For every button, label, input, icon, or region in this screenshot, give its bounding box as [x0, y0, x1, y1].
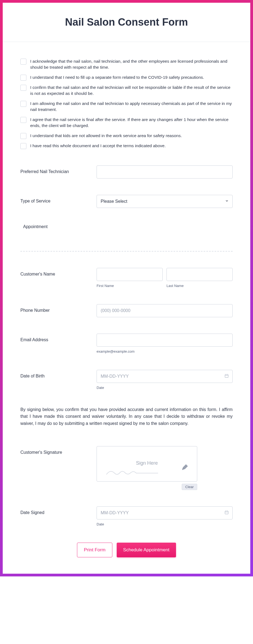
dob-input[interactable] [97, 370, 233, 383]
email-sublabel: example@example.com [97, 349, 233, 353]
consent-checkbox-7[interactable] [20, 143, 26, 149]
consent-text-3: I confirm that the nail salon and the na… [30, 84, 233, 97]
consent-checkbox-1[interactable] [20, 59, 26, 65]
email-label: Email Address [20, 334, 97, 342]
page-title: Nail Salon Consent Form [8, 16, 245, 28]
consent-text-2: I understand that I need to fill up a se… [30, 74, 204, 80]
consent-text-1: I acknowledge that the nail salon, nail … [30, 58, 233, 71]
last-name-sublabel: Last Name [166, 284, 233, 288]
consent-checkbox-6[interactable] [20, 133, 26, 139]
phone-label: Phone Number [20, 304, 97, 313]
consent-checkbox-5[interactable] [20, 117, 26, 123]
print-form-button[interactable]: Print Form [77, 543, 112, 557]
consent-checkbox-list: I acknowledge that the nail salon, nail … [20, 58, 233, 149]
schedule-appointment-button[interactable]: Schedule Appointment [117, 543, 176, 557]
consent-body-text: By signing below, you confirm that you h… [20, 406, 233, 427]
consent-text-7: I have read this whole document and I ac… [30, 143, 166, 149]
clear-signature-button[interactable]: Clear [182, 484, 197, 490]
last-name-input[interactable] [166, 268, 233, 281]
technician-label: Preferred Nail Technician [20, 165, 97, 174]
first-name-input[interactable] [97, 268, 163, 281]
pen-icon [181, 463, 189, 471]
appointment-section-label: Appointment [20, 224, 233, 229]
date-signed-sublabel: Date [97, 522, 233, 526]
consent-checkbox-4[interactable] [20, 101, 26, 107]
phone-input[interactable] [97, 304, 233, 317]
form-page: Nail Salon Consent Form I acknowledge th… [3, 3, 250, 574]
signature-scribble-icon [105, 468, 159, 476]
technician-input[interactable] [97, 165, 233, 179]
sign-here-label: Sign Here [136, 460, 158, 466]
consent-checkbox-2[interactable] [20, 75, 26, 81]
date-signed-label: Date Signed [20, 506, 97, 515]
consent-text-6: I understand that kids are not allowed i… [30, 133, 182, 139]
consent-checkbox-3[interactable] [20, 85, 26, 91]
dob-label: Date of Birth [20, 370, 97, 379]
date-signed-input[interactable] [97, 506, 233, 519]
signature-label: Customer's Signature [20, 446, 97, 455]
consent-text-4: I am allowing the nail salon and the nai… [30, 101, 233, 113]
dob-sublabel: Date [97, 386, 233, 390]
name-label: Customer's Name [20, 268, 97, 277]
service-select[interactable]: Please Select [97, 195, 233, 208]
service-label: Type of Service [20, 195, 97, 204]
email-input[interactable] [97, 334, 233, 347]
signature-pad[interactable]: Sign Here [97, 446, 197, 482]
first-name-sublabel: First Name [97, 284, 163, 288]
dashed-divider [20, 251, 233, 252]
consent-text-5: I agree that the nail service is final a… [30, 117, 233, 129]
